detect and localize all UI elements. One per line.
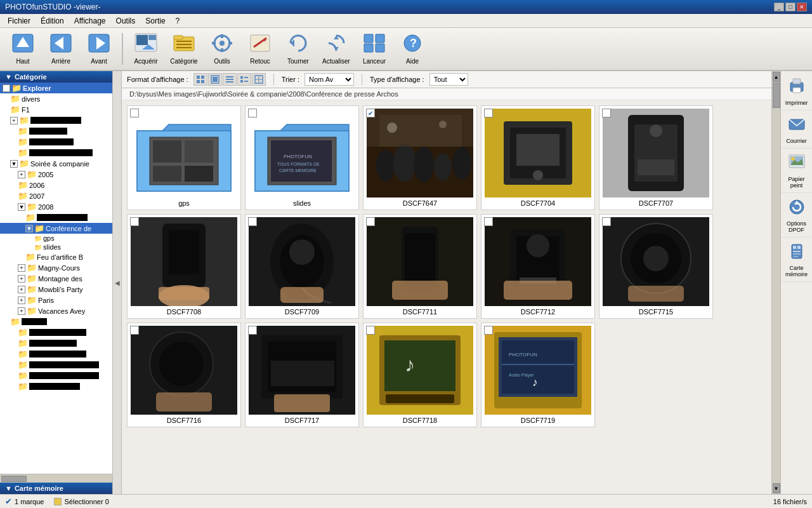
view-list-btn[interactable] [223, 73, 237, 86]
sidebar-scrollbar-thumb[interactable] [1, 476, 27, 482]
sidebar-item-bla1[interactable]: 📁 [0, 327, 112, 338]
DSCF7711-checkbox[interactable] [366, 217, 375, 226]
menu-fichier[interactable]: Fichier [3, 15, 36, 27]
view-grid-btn[interactable] [193, 73, 207, 86]
photo-item-DSCF7719[interactable]: PHOTOFUN Audio Player ♪ DSCF7719 [481, 323, 595, 427]
sidebar-item-bl6[interactable]: 📁 [0, 147, 112, 158]
y2005-expander[interactable]: + [18, 171, 25, 178]
photo-item-DSCF7712[interactable]: DSCF7712 [481, 214, 595, 319]
sidebar-item-mowbli[interactable]: + 📁 Mowbli's Party [0, 284, 112, 295]
photo-item-DSCF7711[interactable]: DSCF7711 [363, 214, 477, 319]
explorer-expander[interactable]: ▼ [3, 84, 10, 92]
vacances-expander[interactable]: + [18, 307, 25, 315]
y2008-expander[interactable]: ▼ [18, 203, 25, 211]
carte-memoire-header[interactable]: ▼ Carte mémoire [0, 483, 112, 494]
lanceur-button[interactable]: Lanceur [357, 30, 392, 67]
carte-memoire-btn[interactable]: Carte mémoire [781, 239, 812, 282]
maximize-button[interactable]: □ [785, 3, 796, 11]
menu-sortie[interactable]: Sortie [140, 15, 170, 27]
mowbli-expander[interactable]: + [18, 286, 25, 293]
aide-button[interactable]: ? Aide [395, 30, 430, 67]
DSCF7712-checkbox[interactable] [484, 217, 493, 226]
actualiser-button[interactable]: Actualiser [318, 30, 354, 67]
sidebar-item-f1[interactable]: 📁 F1 [0, 104, 112, 115]
type-select[interactable]: Tout Photos Vidéos [429, 73, 468, 86]
photo-item-DSCF7709[interactable]: DSCF7709 [245, 214, 359, 319]
sidebar-scrollbar[interactable] [0, 474, 112, 483]
courrier-button[interactable]: Courrier [781, 112, 812, 149]
options-dpof-button[interactable]: Options DPOF [781, 194, 812, 237]
sidebar-item-2008[interactable]: ▼ 📁 2008 [0, 201, 112, 212]
sidebar-item-grp-bl[interactable]: 📁 [0, 316, 112, 327]
sidebar-item-bla2[interactable]: 📁 [0, 338, 112, 349]
sidebar-item-bla4[interactable]: 📁 [0, 359, 112, 370]
bl3-expander[interactable]: + [10, 117, 18, 124]
scrollbar-up[interactable]: ▲ [773, 72, 780, 82]
view-large-btn[interactable] [208, 73, 222, 86]
sidebar-item-montagne[interactable]: + 📁 Montagne des [0, 273, 112, 284]
sidebar-item-magny[interactable]: + 📁 Magny-Cours [0, 262, 112, 273]
photo-item-DSCF7647[interactable]: ✔ [363, 105, 477, 210]
scrollbar-thumb[interactable] [773, 83, 780, 108]
DSCF7647-checkbox[interactable]: ✔ [366, 109, 375, 117]
category-header[interactable]: ▼ Catégorie [0, 71, 112, 83]
scrollbar-down[interactable]: ▼ [773, 483, 780, 493]
DSCF7719-checkbox[interactable] [484, 326, 493, 335]
avant-button[interactable]: Avant [81, 30, 117, 67]
soiree-expander[interactable]: ▼ [10, 160, 18, 168]
menu-edition[interactable]: Édition [36, 15, 69, 27]
trier-select[interactable]: Nom Av Nom Desc Date Av Date Desc [304, 73, 354, 86]
menu-aide[interactable]: ? [171, 15, 185, 27]
DSCF7709-checkbox[interactable] [248, 217, 257, 226]
sidebar-item-feu[interactable]: 📁 Feu d'artifice B [0, 251, 112, 262]
DSCF7718-checkbox[interactable] [366, 326, 375, 335]
sidebar-item-bla5[interactable]: 📁 [0, 370, 112, 381]
sidebar-item-2006[interactable]: 📁 2006 [0, 180, 112, 190]
photo-item-gps[interactable]: gps [127, 105, 241, 210]
sidebar-item-paris[interactable]: + 📁 Paris [0, 295, 112, 305]
retouc-button[interactable]: Retouc [242, 30, 278, 67]
close-button[interactable]: ✕ [797, 3, 807, 11]
tourner-button[interactable]: Tourner [280, 30, 316, 67]
sidebar-item-bl5[interactable]: 📁 [0, 137, 112, 147]
photo-item-DSCF7715[interactable]: DSCF7715 [599, 214, 713, 319]
sidebar-item-bl7[interactable]: 📁 [0, 212, 112, 223]
DSCF7716-checkbox[interactable] [130, 326, 139, 335]
photo-item-DSCF7718[interactable]: ♪ DSCF7718 [363, 323, 477, 427]
photo-item-DSCF7708[interactable]: DSCF7708 [127, 214, 241, 319]
photo-item-DSCF7707[interactable]: DSCF7707 [599, 105, 713, 210]
DSCF7717-checkbox[interactable] [248, 326, 257, 335]
sidebar-item-bl3[interactable]: + 📁 [0, 115, 112, 126]
papier-peint-button[interactable]: Papier peint [781, 150, 812, 193]
photo-grid-container[interactable]: gps PHOTOFUN TOUS FORMATS DE CARTE [122, 100, 771, 494]
conf-expander[interactable]: ▼ [25, 225, 33, 232]
sidebar-item-explorer[interactable]: ▼ 📁 Explorer [0, 83, 112, 93]
photo-item-DSCF7716[interactable]: DSCF7716 [127, 323, 241, 427]
view-full-btn[interactable] [252, 73, 266, 86]
magny-expander[interactable]: + [18, 264, 25, 272]
sidebar-item-soiree[interactable]: ▼ 📁 Soirée & companie [0, 158, 112, 169]
acquerir-button[interactable]: Acquérir [128, 30, 164, 67]
sidebar-item-2005[interactable]: + 📁 2005 [0, 169, 112, 180]
sidebar-collapse-arrow[interactable]: ◀ [113, 71, 122, 494]
sidebar-item-bl4[interactable]: 📁 [0, 126, 112, 137]
sidebar-item-2007[interactable]: 📁 2007 [0, 190, 112, 201]
sidebar-item-vacances[interactable]: + 📁 Vacances Avey [0, 305, 112, 316]
imprimer-button[interactable]: Imprimer [781, 74, 812, 110]
sidebar-item-bla3[interactable]: 📁 [0, 349, 112, 359]
categorie-button[interactable]: Catégorie [166, 30, 202, 67]
menu-outils[interactable]: Outils [111, 15, 141, 27]
minimize-button[interactable]: _ [774, 3, 784, 11]
haut-button[interactable]: Haut [5, 30, 41, 67]
sidebar-item-bla6[interactable]: 📁 [0, 381, 112, 392]
paris-expander[interactable]: + [18, 297, 25, 304]
DSCF7708-checkbox[interactable] [130, 217, 139, 226]
main-scrollbar[interactable]: ▲ ▼ [771, 71, 780, 494]
montagne-expander[interactable]: + [18, 275, 25, 283]
photo-item-slides[interactable]: PHOTOFUN TOUS FORMATS DE CARTE MEMOIRE s… [245, 105, 359, 210]
view-detail-btn[interactable] [237, 73, 251, 86]
DSCF7704-checkbox[interactable] [484, 109, 493, 117]
sidebar-item-divers[interactable]: 📁 divers [0, 93, 112, 104]
sidebar-item-conference[interactable]: ▼ 📁 Conférence de [0, 223, 112, 234]
sidebar-item-slides-sub[interactable]: 📁 slides [0, 243, 112, 251]
